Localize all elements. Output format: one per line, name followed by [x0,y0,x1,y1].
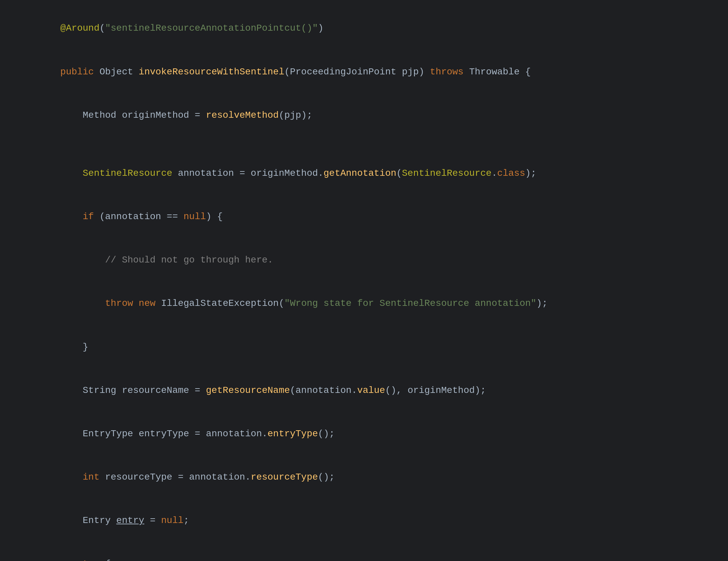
line-11: EntryType entryType = annotation.entryTy… [0,412,728,456]
line-5: SentinelResource annotation = originMeth… [0,152,728,195]
content-1: @Around("sentinelResourceAnnotationPoint… [20,7,718,50]
content-6: if (annotation == null) { [20,195,718,238]
line-14: try { [0,542,728,561]
content-12: int resourceType = annotation.resourceTy… [20,456,718,499]
content-14: try { [20,542,718,561]
content-9: } [20,325,718,369]
content-10: String resourceName = getResourceName(an… [20,369,718,412]
annotation-string: "sentinelResourceAnnotationPointcut()" [105,23,318,33]
content-2: public Object invokeResourceWithSentinel… [20,50,718,93]
line-7: // Should not go through here. [0,238,728,282]
line-6: if (annotation == null) { [0,195,728,238]
code-editor: @Around("sentinelResourceAnnotationPoint… [0,0,728,561]
content-5: SentinelResource annotation = originMeth… [20,152,718,195]
content-11: EntryType entryType = annotation.entryTy… [20,412,718,456]
content-8: throw new IllegalStateException("Wrong s… [20,282,718,325]
line-2: public Object invokeResourceWithSentinel… [0,50,728,93]
content-3: Method originMethod = resolveMethod(pjp)… [20,93,718,137]
line-13: Entry entry = null; [0,499,728,542]
content-7: // Should not go through here. [20,238,718,282]
line-9: } [0,325,728,369]
line-1: @Around("sentinelResourceAnnotationPoint… [0,7,728,50]
line-10: String resourceName = getResourceName(an… [0,369,728,412]
content-13: Entry entry = null; [20,499,718,542]
annotation-around: @Around [60,23,100,33]
line-3: Method originMethod = resolveMethod(pjp)… [0,93,728,137]
line-blank-1 [0,137,728,152]
line-8: throw new IllegalStateException("Wrong s… [0,282,728,325]
line-12: int resourceType = annotation.resourceTy… [0,456,728,499]
